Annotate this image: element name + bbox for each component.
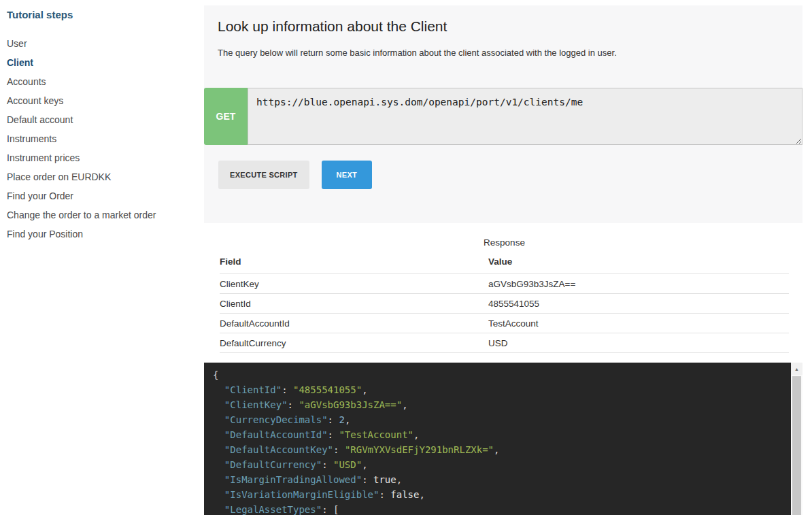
http-method-badge: GET (204, 88, 248, 145)
response-table-body: ClientKeyaGVsbG93b3JsZA==ClientId4855541… (220, 274, 789, 353)
tutorial-sidebar: Tutorial steps UserClientAccountsAccount… (7, 8, 201, 244)
execute-script-button[interactable]: EXECUTE SCRIPT (218, 161, 309, 189)
sidebar-item-find-your-position[interactable]: Find your Position (7, 225, 201, 244)
sidebar-item-place-order-on-eurdkk[interactable]: Place order on EURDKK (7, 167, 201, 186)
action-buttons: EXECUTE SCRIPT NEXT (218, 161, 372, 189)
sidebar-item-default-account[interactable]: Default account (7, 110, 201, 129)
response-table-header-row: Field Value (220, 253, 789, 274)
sidebar-item-change-the-order-to-a-market-order[interactable]: Change the order to a market order (7, 205, 201, 225)
response-table: Field Value ClientKeyaGVsbG93b3JsZA==Cli… (220, 253, 789, 353)
field-cell: ClientKey (220, 274, 488, 294)
json-response-code-block: { "ClientId": "4855541055", "ClientKey":… (204, 363, 802, 515)
sidebar-item-instrument-prices[interactable]: Instrument prices (7, 148, 201, 167)
tutorial-step-card: Look up information about the Client The… (204, 5, 802, 223)
code-scrollbar[interactable]: ▲ (791, 363, 802, 515)
code-line: { (213, 367, 782, 382)
table-row: DefaultCurrencyUSD (220, 333, 789, 353)
column-header-field: Field (220, 253, 488, 274)
request-url-input[interactable]: https://blue.openapi.sys.dom/openapi/por… (248, 88, 802, 145)
code-line: "IsMarginTradingAllowed": true, (213, 472, 782, 487)
value-cell: TestAccount (488, 314, 789, 333)
field-cell: ClientId (220, 294, 488, 314)
value-cell: 4855541055 (488, 294, 789, 314)
code-line: "DefaultAccountKey": "RGVmYXVsdEFjY291bn… (213, 442, 782, 457)
sidebar-item-accounts[interactable]: Accounts (7, 72, 201, 91)
code-lines: { "ClientId": "4855541055", "ClientKey":… (213, 367, 782, 515)
sidebar-heading: Tutorial steps (7, 8, 201, 22)
code-line: "ClientKey": "aGVsbG93b3JsZA==", (213, 397, 782, 412)
column-header-value: Value (488, 253, 789, 274)
table-row: ClientKeyaGVsbG93b3JsZA== (220, 274, 789, 294)
code-line: "LegalAssetTypes": [ (213, 502, 782, 515)
code-line: "DefaultCurrency": "USD", (213, 457, 782, 472)
sidebar-item-user[interactable]: User (7, 34, 201, 53)
value-cell: aGVsbG93b3JsZA== (488, 274, 789, 294)
sidebar-item-instruments[interactable]: Instruments (7, 129, 201, 148)
table-row: DefaultAccountIdTestAccount (220, 314, 789, 333)
code-line: "CurrencyDecimals": 2, (213, 412, 782, 427)
code-line: "IsVariationMarginEligible": false, (213, 487, 782, 502)
sidebar-list: UserClientAccountsAccount keysDefault ac… (7, 34, 201, 244)
code-line: "ClientId": "4855541055", (213, 382, 782, 397)
next-button[interactable]: NEXT (322, 161, 373, 189)
scroll-up-button[interactable]: ▲ (791, 363, 802, 375)
response-caption: Response (220, 237, 789, 248)
page-description: The query below will return some basic i… (204, 35, 802, 59)
response-section: Response Field Value ClientKeyaGVsbG93b3… (220, 237, 789, 353)
page-title: Look up information about the Client (204, 5, 802, 35)
sidebar-item-client[interactable]: Client (7, 53, 201, 72)
code-line: "DefaultAccountId": "TestAccount", (213, 427, 782, 442)
sidebar-item-find-your-order[interactable]: Find your Order (7, 186, 201, 205)
scrollbar-thumb[interactable] (792, 376, 801, 515)
field-cell: DefaultCurrency (220, 333, 488, 353)
request-box: GET https://blue.openapi.sys.dom/openapi… (204, 88, 802, 145)
sidebar-item-account-keys[interactable]: Account keys (7, 91, 201, 110)
table-row: ClientId4855541055 (220, 294, 789, 314)
value-cell: USD (488, 333, 789, 353)
field-cell: DefaultAccountId (220, 314, 488, 333)
scroll-up-icon: ▲ (794, 367, 799, 371)
